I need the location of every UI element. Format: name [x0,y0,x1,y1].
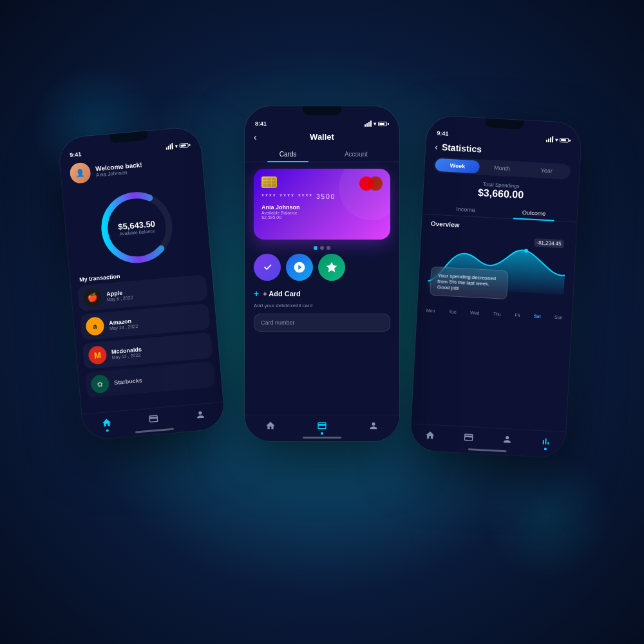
notch-center [303,106,341,115]
tooltip-text: Your spending decreased from 5% the last… [437,272,497,291]
avatar: 👤 [69,162,91,184]
status-bar-center: 8:41 ▾ [245,115,399,129]
nav-user-center[interactable] [368,421,379,435]
starbucks-icon: ✿ [90,374,109,393]
status-icons-right: ▾ [546,136,571,144]
day-sun: Sun [554,315,563,320]
tx-info-amazon: Amazon May 24 , 2022 [109,311,205,330]
wallet-icon-purple[interactable] [254,254,281,281]
wifi-icon-right: ▾ [555,137,558,142]
phone-left: 9:41 ▾ 👤 Welcome back! [58,126,225,440]
time-left: 9:41 [70,151,82,158]
card-balance-label: Available Balance [261,211,298,215]
nav-user-left[interactable] [195,409,207,424]
battery-icon-right [560,137,571,142]
apple-icon: 🍎 [82,288,102,307]
card-dots [245,246,399,250]
chart-area: -$1,234.45 Your spending decreased from … [417,229,576,314]
wallet-icon-green[interactable] [318,254,345,281]
day-thu: Thu [493,312,501,317]
tab-year[interactable]: Year [524,163,569,178]
nav-card-right[interactable] [463,432,474,447]
bottom-nav-left [82,402,225,440]
nav-home-center[interactable] [265,421,276,435]
add-card-subtitle: Add your debit/credit card [254,303,390,308]
nav-home-right[interactable] [424,430,435,445]
back-button[interactable]: ‹ [254,132,257,142]
wifi-icon-center: ▾ [374,121,376,127]
dot-2 [320,246,324,250]
mcdonalds-icon: M [88,345,107,365]
balance-circle-container: $5,643.50 Available Balance [62,178,211,275]
mastercard-logo [359,176,383,191]
tab-income[interactable]: Income [431,202,500,218]
credit-card: **** **** **** 3500 Ania Johnson Availab… [254,169,390,240]
add-card-header: + + Add Card [254,289,390,299]
nav-user-right[interactable] [502,434,513,449]
wifi-icon: ▾ [175,143,178,149]
chart-value: -$1,234.45 [534,238,564,248]
day-mon: Mon [426,308,435,313]
tab-outcome[interactable]: Outcome [500,205,569,222]
signal-icon [166,143,173,150]
card-chip [261,176,277,188]
nav-stats-right[interactable] [540,436,551,451]
phone-right: 9:41 ▾ ‹ Statistics Week [410,115,582,458]
page-title-center: Wallet [310,132,334,142]
nav-card-left[interactable] [148,413,160,428]
chart-tooltip: Your spending decreased from 5% the last… [430,267,508,299]
add-card-section: + + Add Card Add your debit/credit card … [245,289,399,332]
add-card-title: + Add Card [263,290,301,298]
nav-active-dot [106,429,108,431]
home-indicator-center [303,437,341,439]
dot-3 [327,246,330,250]
tx-info-apple: Apple May 8 , 2022 [106,282,202,301]
wallet-icons [245,254,399,281]
bottom-nav-right [410,423,566,458]
balance-circle: $5,643.50 Available Balance [95,185,178,269]
day-wed: Wed [470,310,480,316]
phones-container: 9:41 ▾ 👤 Welcome back! [58,80,586,564]
nav-active-dot-right [544,448,547,450]
tx-info-mcd: Mcdonalds May 12 , 2022 [111,340,207,359]
transaction-list: 🍎 Apple May 8 , 2022 a Amazon May 24 , 2… [71,274,222,399]
dot-1 [314,246,317,250]
status-icons-center: ▾ [365,120,389,127]
phone-center: 8:41 ▾ ‹ Wallet Cards [245,106,399,441]
day-sat: Sat [534,314,541,319]
add-icon: + [254,289,259,299]
card-balance-amount: $2,595.00 [261,215,281,220]
amazon-icon: a [85,316,104,336]
day-tue: Tue [449,309,457,314]
time-right: 9:41 [437,130,449,137]
tx-name-starbucks: Starbucks [114,371,209,386]
nav-home-left[interactable] [101,417,113,432]
tab-cards[interactable]: Cards [254,147,322,162]
battery-icon [179,142,191,147]
stats-title: Statistics [441,142,482,154]
status-icons-left: ▾ [166,142,191,150]
avatar-image: 👤 [69,162,91,184]
card-number: **** **** **** 3500 [261,193,383,200]
center-header: ‹ Wallet [245,129,399,147]
signal-icon-center [365,120,372,127]
card-balance: Available Balance $2,595.00 [261,211,383,220]
nav-active-dot-center [321,432,323,435]
card-container: **** **** **** 3500 Ania Johnson Availab… [245,169,399,240]
signal-icon-right [546,136,554,143]
card-name: Ania Johnson [261,204,383,211]
tab-month[interactable]: Month [479,160,524,176]
battery-icon-center [378,122,389,126]
tx-info-starbucks: Starbucks [114,371,209,386]
nav-card-center[interactable] [317,421,327,435]
tab-account[interactable]: Account [322,147,390,162]
wallet-icon-blue[interactable] [286,254,313,281]
welcome-text: Welcome back! Ania Johnson [95,161,143,178]
card-number-input[interactable]: Card number [254,314,390,332]
tab-row: Cards Account [245,147,399,162]
day-fri: Fri [515,313,520,317]
tab-week[interactable]: Week [435,158,480,174]
back-button-right[interactable]: ‹ [435,142,439,152]
time-center: 8:41 [255,120,267,127]
